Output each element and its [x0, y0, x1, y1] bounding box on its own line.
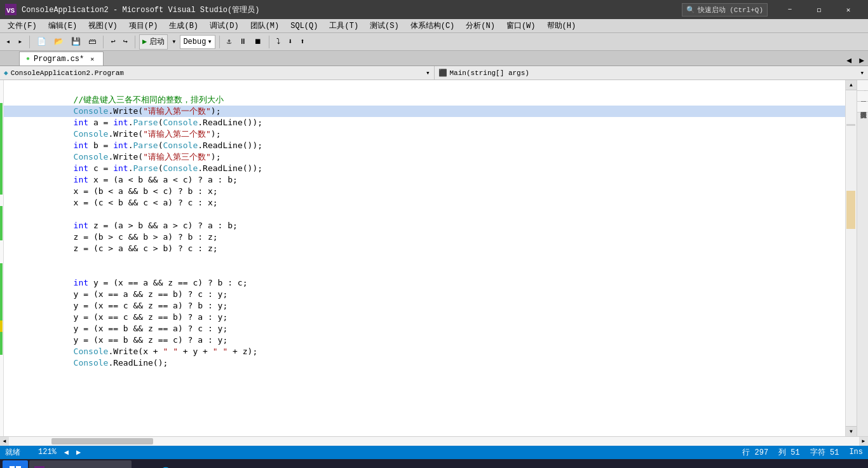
h-scroll-thumb[interactable] [51, 438, 154, 444]
margin-green-3 [0, 126, 3, 137]
title-bar-controls: − ◻ ✕ [775, 0, 863, 19]
menu-sql[interactable]: SQL(Q) [285, 19, 323, 33]
menu-file[interactable]: 文件(F) [3, 19, 42, 33]
right-side-tabs: 测试 调试器映射器 团队资源管理器 [857, 80, 868, 436]
tab-close-btn[interactable]: ✕ [88, 55, 97, 64]
toolbar-start-btn[interactable]: ▶ 启动 [139, 34, 168, 50]
toolbar-stop-btn[interactable]: ⏹ [251, 34, 265, 50]
new-file-icon: 📄 [37, 37, 46, 46]
windows-start-btn[interactable] [3, 460, 28, 468]
menu-team[interactable]: 团队(M) [245, 19, 285, 33]
search-icon: 🔍 [686, 6, 695, 14]
quick-launch-box[interactable]: 🔍 快速启动 (Ctrl+Q) [682, 3, 768, 17]
toolbar-saveall-btn[interactable]: 🗃 [85, 34, 99, 50]
tab-program-cs[interactable]: ● Program.cs* ✕ [19, 52, 104, 65]
step-over-icon: ⤵ [276, 37, 280, 46]
undo-icon: ↩ [111, 37, 115, 46]
margin-green-7 [0, 172, 3, 183]
toolbar-open-btn[interactable]: 📂 [51, 34, 67, 50]
nav-bar: ◆ ConsoleApplication2.Program ▾ ⬛ Main(s… [0, 66, 868, 80]
save-all-icon: 🗃 [88, 37, 96, 46]
menu-test[interactable]: 测试(S) [365, 19, 404, 33]
debug-dropdown[interactable]: Debug ▾ [180, 35, 215, 49]
nav-class-label: ConsoleApplication2.Program [11, 69, 124, 77]
nav-method-dropdown[interactable]: ⬛ Main(string[] args) ▾ [435, 66, 869, 79]
taskbar-explorer-btn[interactable]: 📁 [133, 460, 154, 468]
menu-debug[interactable]: 调试(D) [205, 19, 244, 33]
menu-view[interactable]: 视图(V) [83, 19, 123, 33]
restore-button[interactable]: ◻ [804, 0, 834, 19]
taskbar: VS ConsoleApplication2 📁 🌐 [0, 459, 868, 468]
toolbar-save-btn[interactable]: 💾 [68, 34, 84, 50]
zoom-increase[interactable]: ▶ [76, 448, 81, 457]
menu-tools[interactable]: 工具(T) [324, 19, 363, 33]
toolbar-new-btn[interactable]: 📄 [34, 34, 50, 50]
right-tab-debug-mapper[interactable]: 调试器映射器 [857, 91, 868, 102]
tab-scroll-left[interactable]: ◀ [843, 55, 855, 65]
hscroll-left-arrow[interactable]: ◀ [0, 437, 9, 446]
toolbar-bullet: ▾ [169, 37, 179, 46]
margin-green-9 [0, 206, 3, 217]
toolbar-forward-btn[interactable]: ▸ [15, 34, 25, 50]
nav-class-dropdown[interactable]: ◆ ConsoleApplication2.Program ▾ [0, 66, 435, 79]
vscroll-down-arrow[interactable]: ▼ [846, 426, 857, 436]
code-editor[interactable]: //键盘键入三各不相同的整数，排列大小 Console.Write("请输入第一… [4, 80, 845, 436]
svg-text:VS: VS [6, 7, 15, 15]
toolbar-step-out-btn[interactable]: ⬆ [297, 34, 308, 50]
margin-green-5 [0, 149, 3, 160]
taskbar-edge-btn[interactable]: 🌐 [155, 460, 176, 468]
status-row: 行 297 [742, 447, 768, 458]
margin-green-14 [0, 286, 3, 298]
vscroll-up-arrow[interactable]: ▲ [846, 80, 857, 90]
margin-yellow-1 [0, 320, 3, 332]
menu-help[interactable]: 帮助(H) [542, 19, 581, 33]
menu-bar: 文件(F) 编辑(E) 视图(V) 项目(P) 生成(B) 调试(D) 团队(M… [0, 19, 868, 33]
tab-bar: ● Program.cs* ✕ ◀ ▶ [0, 51, 868, 66]
close-button[interactable]: ✕ [834, 0, 863, 19]
tab-label: Program.cs* [34, 55, 84, 64]
toolbar-step-over-btn[interactable]: ⤵ [273, 34, 283, 50]
status-bar: 就绪 121% ◀ ▶ 行 297 列 51 字符 51 Ins [0, 445, 868, 459]
margin-green-1 [0, 103, 3, 114]
margin-green-11 [0, 229, 3, 240]
title-bar: VS ConsoleApplication2 - Microsoft Visua… [0, 0, 868, 19]
menu-project[interactable]: 项目(P) [124, 19, 163, 33]
toolbar-redo-btn[interactable]: ↪ [120, 34, 131, 50]
nav-method-arrow: ▾ [860, 69, 864, 77]
right-tab-team-explorer[interactable]: 团队资源管理器 [857, 102, 868, 113]
quick-launch-label: 快速启动 (Ctrl+Q) [698, 5, 763, 15]
zoom-decrease[interactable]: ◀ [64, 448, 69, 457]
toolbar-attach-btn[interactable]: ⚓ [224, 34, 234, 50]
right-tab-test[interactable]: 测试 [857, 80, 868, 91]
play-icon: ▶ [142, 37, 147, 46]
debug-label: Debug [183, 38, 206, 46]
toolbar-step-in-btn[interactable]: ⬇ [285, 34, 295, 50]
attach-icon: ⚓ [227, 37, 231, 46]
margin-green-6 [0, 160, 3, 172]
margin-empty-2 [0, 240, 3, 252]
menu-architecture[interactable]: 体系结构(C) [405, 19, 460, 33]
menu-edit[interactable]: 编辑(E) [43, 19, 83, 33]
vs-logo-icon: VS [5, 4, 17, 15]
code-line-intz: int z = (a > b && a > c) ? a : b; [4, 209, 845, 220]
toolbar-pause-btn[interactable]: ⏸ [236, 34, 250, 50]
hscroll-right-arrow[interactable]: ▶ [859, 437, 868, 446]
pause-icon: ⏸ [239, 37, 247, 46]
toolbar-back-btn[interactable]: ◂ [3, 34, 13, 50]
tab-scroll-right[interactable]: ▶ [855, 55, 868, 65]
redo-icon: ↪ [123, 37, 128, 46]
status-left: 就绪 121% ◀ ▶ [5, 447, 81, 458]
menu-window[interactable]: 窗口(W) [501, 19, 541, 33]
toolbar-sep4 [219, 36, 220, 48]
zoom-level: 121% [38, 448, 57, 457]
taskbar-vs-btn[interactable]: VS ConsoleApplication2 [29, 460, 132, 468]
menu-build[interactable]: 生成(B) [164, 19, 203, 33]
scroll-thumb[interactable] [846, 191, 855, 229]
menu-analyze[interactable]: 分析(N) [461, 19, 500, 33]
minimize-button[interactable]: − [775, 0, 804, 19]
h-scrollbar[interactable]: ◀ ▶ [0, 436, 868, 445]
code-line-inty: int y = (x == a && z == c) ? b : c; [4, 266, 845, 277]
toolbar-undo-btn[interactable]: ↩ [107, 34, 118, 50]
code-line-empty3 [4, 254, 845, 266]
h-scroll-track [9, 437, 859, 446]
